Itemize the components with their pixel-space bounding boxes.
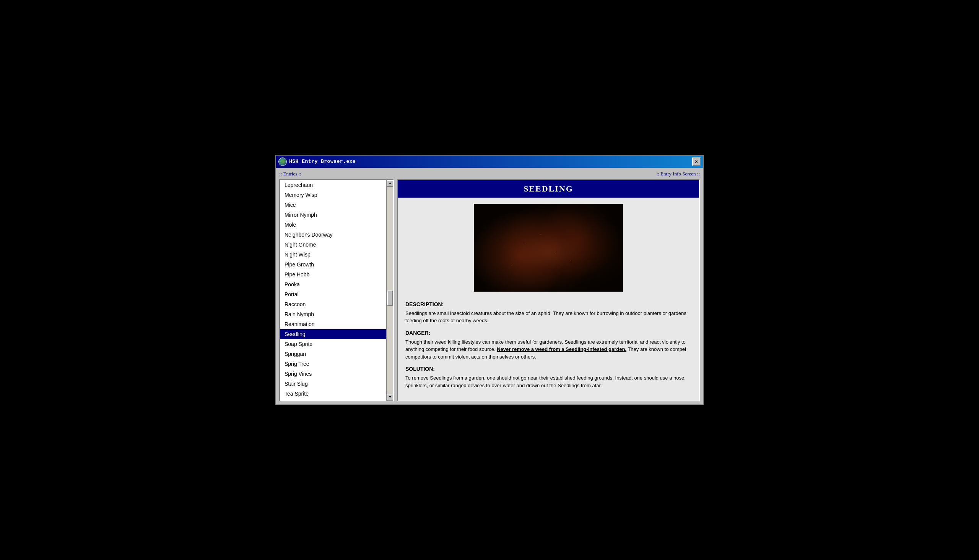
list-item-tea-sprite[interactable]: Tea Sprite (280, 389, 386, 399)
danger-text-bold: Never remove a weed from a Seedling-infe… (497, 346, 626, 352)
entry-image-canvas (474, 204, 623, 292)
info-panel: Seedling DESCRIPTION: Seedlings are smal… (397, 179, 700, 402)
list-item-portal[interactable]: Portal (280, 289, 386, 299)
list-item-sprig-vines[interactable]: Sprig Vines (280, 369, 386, 379)
info-label: :: Entry Info Screen :: (657, 171, 700, 177)
list-item-stair-slug[interactable]: Stair Slug (280, 379, 386, 389)
list-panel: LeprechaunMemory WispMiceMirror NymphMol… (279, 179, 394, 402)
list-item-spriggan[interactable]: Spriggan (280, 349, 386, 359)
window-title: HSH Entry Browser.exe (289, 158, 356, 164)
info-header: Seedling (398, 180, 699, 198)
danger-label: DANGER: (405, 330, 691, 336)
description-text: Seedlings are small insectoid creatures … (405, 310, 691, 325)
scroll-track (387, 187, 393, 394)
window-body: :: Entries :: :: Entry Info Screen :: Le… (276, 168, 703, 405)
list-item-rain-nymph[interactable]: Rain Nymph (280, 309, 386, 319)
title-bar-left: 🌿 HSH Entry Browser.exe (279, 157, 356, 166)
list-item-leprechaun[interactable]: Leprechaun (280, 180, 386, 190)
scroll-down-button[interactable]: ▼ (387, 394, 393, 401)
list-item-soap-sprite[interactable]: Soap Sprite (280, 339, 386, 349)
list-item-reanimation[interactable]: Reanimation (280, 319, 386, 329)
scroll-up-button[interactable]: ▲ (387, 180, 393, 187)
main-area: LeprechaunMemory WispMiceMirror NymphMol… (279, 179, 700, 402)
list-item-raccoon[interactable]: Raccoon (280, 299, 386, 309)
list-item-pooka[interactable]: Pooka (280, 280, 386, 289)
entry-image (474, 204, 623, 292)
title-bar: 🌿 HSH Entry Browser.exe ✕ (276, 155, 703, 168)
entry-image-container (405, 204, 691, 293)
info-body: DESCRIPTION: Seedlings are small insecto… (398, 198, 699, 401)
list-item-memory-wisp[interactable]: Memory Wisp (280, 190, 386, 200)
app-icon: 🌿 (279, 157, 287, 166)
entries-label: :: Entries :: (279, 171, 301, 177)
close-button[interactable]: ✕ (692, 157, 700, 166)
scroll-thumb[interactable] (387, 290, 393, 306)
list-item-night-gnome[interactable]: Night Gnome (280, 240, 386, 250)
list-item-mole[interactable]: Mole (280, 220, 386, 230)
list-item-mice[interactable]: Mice (280, 200, 386, 210)
list-item-sprig-tree[interactable]: Sprig Tree (280, 359, 386, 369)
solution-label: SOLUTION: (405, 366, 691, 372)
danger-text: Though their weed killing lifestyles can… (405, 338, 691, 361)
solution-text: To remove Seedlings from a garden, one s… (405, 374, 691, 389)
list-item-mirror-nymph[interactable]: Mirror Nymph (280, 210, 386, 220)
list-item-seedling[interactable]: Seedling (280, 329, 386, 339)
list-item-night-wisp[interactable]: Night Wisp (280, 250, 386, 260)
list-scroll-area: LeprechaunMemory WispMiceMirror NymphMol… (280, 180, 393, 401)
scrollbar: ▲ ▼ (386, 180, 393, 401)
entry-title: Seedling (524, 184, 573, 193)
list-item-pipe-growth[interactable]: Pipe Growth (280, 260, 386, 270)
header-row: :: Entries :: :: Entry Info Screen :: (279, 171, 700, 177)
main-window: 🌿 HSH Entry Browser.exe ✕ :: Entries :: … (275, 155, 704, 405)
description-label: DESCRIPTION: (405, 301, 691, 307)
list-item-neighbors-doorway[interactable]: Neighbor's Doorway (280, 230, 386, 240)
list-items: LeprechaunMemory WispMiceMirror NymphMol… (280, 180, 386, 401)
list-item-pipe-hobb[interactable]: Pipe Hobb (280, 270, 386, 280)
